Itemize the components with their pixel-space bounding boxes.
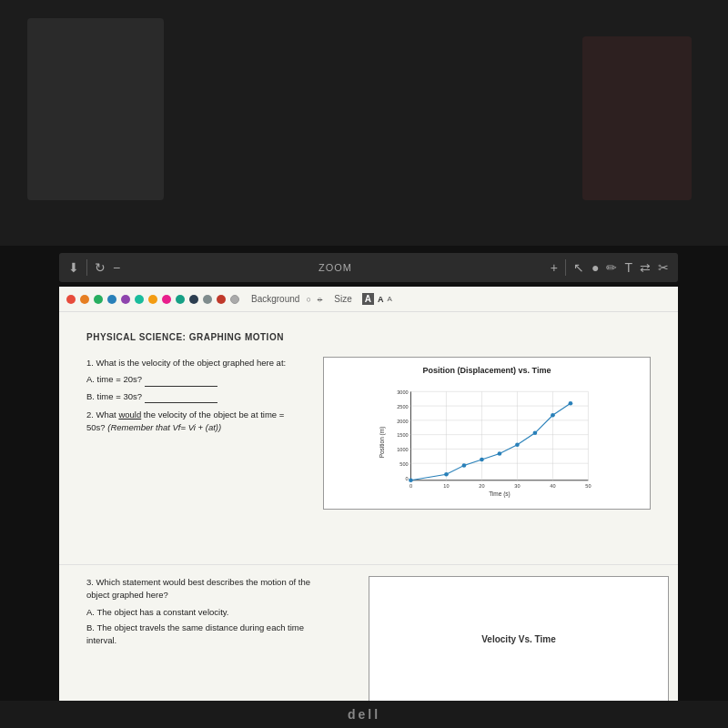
doc-body: 1. What is the velocity of the object gr… bbox=[86, 357, 651, 510]
divider-2 bbox=[565, 259, 566, 276]
location-icon[interactable]: ● bbox=[592, 260, 599, 275]
svg-point-29 bbox=[444, 471, 449, 476]
text-icon[interactable]: T bbox=[624, 260, 632, 275]
graph-title: Position (Displacement) vs. Time bbox=[331, 365, 642, 378]
size-controls: A A A bbox=[362, 293, 392, 305]
svg-text:Time (s): Time (s) bbox=[489, 490, 511, 498]
svg-text:1000: 1000 bbox=[397, 447, 408, 452]
svg-text:3000: 3000 bbox=[397, 389, 408, 395]
q2-text: What would the velocity of the object be… bbox=[86, 410, 284, 432]
svg-text:40: 40 bbox=[550, 483, 555, 489]
svg-point-30 bbox=[462, 463, 467, 468]
q1b-label: B. time = 30s? bbox=[86, 391, 145, 401]
bottom-graph-area: Velocity Vs. Time bbox=[369, 576, 669, 702]
svg-text:0: 0 bbox=[410, 483, 412, 489]
size-btn-medium[interactable]: A bbox=[378, 295, 384, 304]
q1a-label: A. time = 20s? bbox=[86, 374, 145, 384]
size-btn-small[interactable]: A bbox=[387, 295, 391, 303]
pen-icon[interactable]: ✏ bbox=[606, 260, 617, 275]
q3a-label: A. The object has a constant velocity. bbox=[86, 607, 229, 617]
svg-point-35 bbox=[551, 412, 555, 417]
svg-text:500: 500 bbox=[399, 461, 408, 467]
background-object-2 bbox=[582, 36, 692, 200]
svg-point-33 bbox=[515, 442, 520, 447]
plus-icon[interactable]: + bbox=[551, 260, 558, 275]
q1-text: What is the velocity of the object graph… bbox=[96, 358, 287, 368]
color-dot-yellow[interactable] bbox=[148, 295, 157, 304]
dell-logo-area: dell bbox=[0, 701, 728, 728]
color-dot-teal[interactable] bbox=[135, 295, 144, 304]
questions-area: 1. What is the velocity of the object gr… bbox=[86, 357, 305, 510]
background-label: Background bbox=[251, 294, 299, 304]
swap-icon[interactable]: ⇄ bbox=[640, 260, 651, 275]
divider-1 bbox=[86, 259, 87, 276]
graph-container: Position (m) bbox=[331, 383, 642, 501]
size-label: Size bbox=[334, 294, 351, 304]
svg-text:1500: 1500 bbox=[397, 432, 408, 438]
question-1b: B. time = 30s? bbox=[86, 390, 305, 403]
color-dot-pink[interactable] bbox=[162, 295, 171, 304]
size-btn-large[interactable]: A bbox=[362, 293, 374, 305]
svg-text:0: 0 bbox=[406, 475, 409, 480]
color-dot-orange[interactable] bbox=[80, 295, 89, 304]
top-dark-area bbox=[0, 0, 728, 246]
color-dot-gray[interactable] bbox=[203, 295, 212, 304]
refresh-icon[interactable]: ↻ bbox=[95, 260, 106, 275]
q3a: A. The object has a constant velocity. bbox=[86, 606, 332, 619]
svg-point-28 bbox=[409, 478, 413, 482]
color-dot-green[interactable] bbox=[94, 295, 103, 304]
q2-number: 2. bbox=[86, 410, 96, 420]
svg-text:50: 50 bbox=[585, 483, 591, 489]
svg-text:10: 10 bbox=[443, 483, 449, 489]
question-2: 2. What would the velocity of the object… bbox=[86, 409, 305, 435]
color-dot-blue[interactable] bbox=[107, 295, 116, 304]
background-object-1 bbox=[27, 18, 164, 200]
color-dot-darkblue[interactable] bbox=[189, 295, 198, 304]
graph-area: Position (Displacement) vs. Time Positio… bbox=[323, 357, 651, 510]
cursor-icon[interactable]: ↖ bbox=[573, 260, 584, 275]
q1a-answer bbox=[145, 386, 217, 387]
color-dot-light[interactable] bbox=[230, 295, 239, 304]
color-dot-red[interactable] bbox=[66, 295, 76, 304]
svg-point-34 bbox=[533, 430, 538, 435]
svg-point-32 bbox=[498, 451, 502, 456]
color-dot-purple[interactable] bbox=[121, 295, 130, 304]
color-dot-darkred[interactable] bbox=[217, 295, 226, 304]
svg-text:2500: 2500 bbox=[397, 403, 408, 409]
q3-number: 3. Which statement would best describes … bbox=[86, 577, 310, 600]
doc-title: PHYSICAL SCIENCE: GRAPHING MOTION bbox=[86, 330, 651, 344]
q3: 3. Which statement would best describes … bbox=[86, 576, 332, 602]
dell-logo: dell bbox=[348, 707, 380, 722]
q3b: B. The object travels the same distance … bbox=[86, 622, 332, 648]
color-bar: Background ○ ○ Size A A A bbox=[59, 287, 678, 312]
q3b-label: B. The object travels the same distance … bbox=[86, 622, 304, 645]
toolbar: ⬇ ↻ − ZOOM + ↖ ● ✏ T ⇄ ✂ bbox=[59, 253, 678, 282]
svg-text:30: 30 bbox=[514, 483, 520, 489]
more-icon[interactable]: ✂ bbox=[658, 260, 669, 275]
question-1a: A. time = 20s? bbox=[86, 373, 305, 386]
bottom-section: 3. Which statement would best describes … bbox=[59, 564, 678, 713]
svg-text:20: 20 bbox=[479, 483, 484, 489]
background-icon[interactable]: ○ bbox=[306, 295, 310, 304]
q1b-answer bbox=[145, 402, 217, 403]
color-dot-darkteal[interactable] bbox=[176, 295, 185, 304]
doc-content: PHYSICAL SCIENCE: GRAPHING MOTION 1. Wha… bbox=[59, 312, 678, 528]
minus-icon[interactable]: − bbox=[113, 260, 120, 275]
svg-point-36 bbox=[569, 400, 573, 405]
bottom-graph-title: Velocity Vs. Time bbox=[481, 634, 556, 644]
svg-text:Position (m): Position (m) bbox=[379, 426, 386, 458]
zoom-label: ZOOM bbox=[127, 262, 543, 273]
svg-point-31 bbox=[480, 457, 484, 461]
bottom-questions: 3. Which statement would best describes … bbox=[59, 565, 359, 713]
question-1: 1. What is the velocity of the object gr… bbox=[86, 357, 305, 369]
svg-text:2000: 2000 bbox=[397, 418, 408, 423]
graph-svg: Position (m) bbox=[331, 383, 642, 501]
download-icon[interactable]: ⬇ bbox=[68, 260, 79, 275]
q1-number: 1. bbox=[86, 358, 96, 368]
background-slash: ○ bbox=[318, 295, 322, 304]
